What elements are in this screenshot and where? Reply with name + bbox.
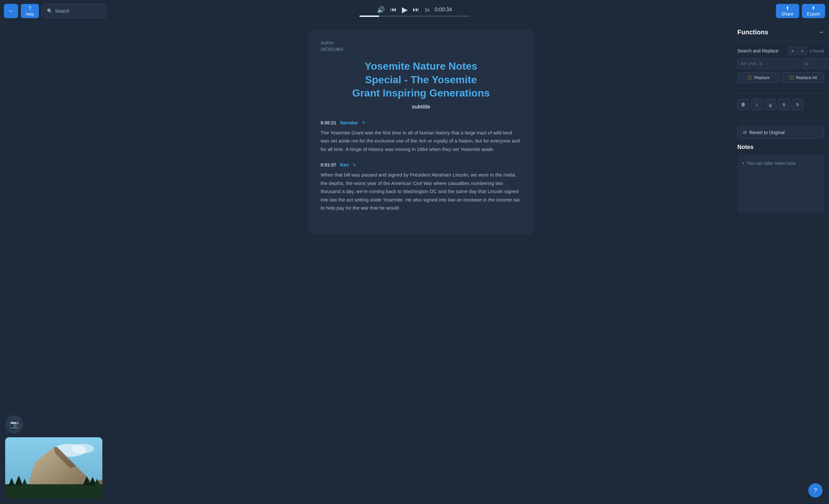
speed-button[interactable]: 1x <box>425 7 429 12</box>
notes-bullet: • You can take notes here. <box>743 160 819 167</box>
doc-title: Yosemite Nature Notes Special - The Yose… <box>321 60 521 100</box>
divider-2 <box>737 93 824 94</box>
sr-for-input[interactable] <box>737 58 799 69</box>
share-icon: ⬆ <box>786 5 790 11</box>
search-button[interactable]: 🔍 Search <box>41 4 106 18</box>
replace-label: Replace <box>754 75 770 80</box>
replace-button[interactable]: ⬛ Replace <box>737 72 780 83</box>
time-display: 0:00:34 <box>435 7 452 13</box>
format-underline-button[interactable]: u <box>764 99 776 110</box>
functions-title: Functions <box>737 29 768 36</box>
segment-text-2: When that bill was passed and signed by … <box>321 171 521 212</box>
share-button[interactable]: ⬆ Share <box>776 4 799 18</box>
revert-label: Revert to Original <box>749 130 785 135</box>
transcript-segment-2: 0:01:07 Ken ✎ When that bill was passed … <box>321 162 521 212</box>
main-layout: 📷 <box>0 22 829 504</box>
functions-arrow[interactable]: → <box>818 29 824 36</box>
segment-speaker-2[interactable]: Ken <box>340 162 349 168</box>
segment-time-2: 0:01:07 <box>321 162 336 168</box>
segment-speaker-1[interactable]: Narrator <box>340 120 358 125</box>
format-heading-button[interactable]: h <box>792 99 803 110</box>
playback-area: 🔊 ⏮ ▶ ⏭ 1x 0:00:34 <box>359 5 470 17</box>
right-panel: Functions → Search and Replace < > 0 fou… <box>732 22 829 504</box>
sr-to-input[interactable] <box>801 58 829 69</box>
segment-header-2: 0:01:07 Ken ✎ <box>321 162 521 168</box>
help-icon: ? <box>29 5 31 11</box>
topbar: ← ? Help 🔍 Search 🔊 ⏮ ▶ ⏭ 1x 0:00:34 ⬆ S… <box>0 0 829 22</box>
functions-header: Functions → <box>737 29 824 36</box>
sr-next-button[interactable]: > <box>798 47 807 55</box>
forward-button[interactable]: ⏭ <box>413 6 419 13</box>
svg-point-2 <box>72 444 94 454</box>
search-label: Search <box>55 8 69 13</box>
playback-controls: 🔊 ⏮ ▶ ⏭ 1x 0:00:34 <box>377 5 452 14</box>
progress-bar[interactable] <box>359 15 470 17</box>
edit-icon-2[interactable]: ✎ <box>353 163 356 168</box>
divider-3 <box>737 121 824 121</box>
export-icon: ⬆ <box>812 5 816 11</box>
notes-placeholder: You can take notes here. <box>747 160 797 167</box>
play-button[interactable]: ▶ <box>402 5 408 14</box>
search-icon: 🔍 <box>47 8 52 13</box>
replace-all-button[interactable]: ⬛ Replace All <box>782 72 824 83</box>
sr-buttons: ⬛ Replace ⬛ Replace All <box>737 72 824 83</box>
back-button[interactable]: ← <box>4 4 18 18</box>
export-label: Export <box>807 11 820 16</box>
divider-1 <box>737 41 824 41</box>
progress-fill <box>359 15 379 17</box>
svg-rect-3 <box>5 484 102 499</box>
share-label: Share <box>782 11 793 16</box>
rewind-button[interactable]: ⏮ <box>390 6 397 13</box>
video-toggle-button[interactable]: 📷 <box>5 415 23 433</box>
format-italic-button[interactable]: i <box>751 99 763 110</box>
search-replace-text: Search and Replace <box>737 48 779 53</box>
topbar-left: ← ? Help 🔍 Search <box>4 4 106 18</box>
doc-title-line1: Yosemite Nature Notes <box>365 60 477 72</box>
help-label: Help <box>26 12 34 16</box>
help-fab-button[interactable]: ? <box>808 483 823 498</box>
doc-date: 06/30/1864 <box>321 47 521 52</box>
replace-all-label: Replace All <box>796 75 817 80</box>
topbar-right: ⬆ Share ⬆ Export <box>776 4 825 18</box>
transcript-segment-1: 0:00:21 Narrator ✎ The Yosemite Grant wa… <box>321 120 521 153</box>
format-buttons: B i u ti h <box>737 99 824 110</box>
left-panel: 📷 <box>0 22 110 504</box>
doc-title-line3: Grant Inspiring Generations <box>352 87 490 99</box>
sr-found: 0 found <box>810 48 824 53</box>
doc-title-line2: Special - The Yosemite <box>365 74 477 85</box>
transcript-card: Author 06/30/1864 Yosemite Nature Notes … <box>308 30 534 234</box>
video-off-icon: 📷 <box>10 420 19 429</box>
doc-meta: Author 06/30/1864 <box>321 40 521 52</box>
video-thumbnail <box>5 437 102 499</box>
segment-header-1: 0:00:21 Narrator ✎ <box>321 120 521 125</box>
format-bold-button[interactable]: B <box>737 99 749 110</box>
revert-button[interactable]: ↺ Revert to Original <box>737 126 824 139</box>
help-button[interactable]: ? Help <box>21 4 39 18</box>
edit-icon-1[interactable]: ✎ <box>362 120 366 125</box>
bullet-icon: • <box>743 160 744 167</box>
sr-nav: < > 0 found <box>789 47 824 55</box>
doc-author-label: Author <box>321 40 521 45</box>
replace-icon: ⬛ <box>747 75 752 80</box>
notes-area[interactable]: • You can take notes here. <box>737 154 824 213</box>
sr-inputs <box>737 58 824 69</box>
segment-text-1: The Yosemite Grant was the first time in… <box>321 129 521 153</box>
sr-prev-button[interactable]: < <box>789 47 797 55</box>
search-replace-section: Search and Replace < > 0 found ⬛ Replace… <box>737 47 824 88</box>
doc-subtitle: subtitle <box>321 104 521 110</box>
search-replace-label: Search and Replace < > 0 found <box>737 47 824 55</box>
notes-section: Notes • You can take notes here. <box>737 144 824 213</box>
revert-icon: ↺ <box>743 130 747 135</box>
export-button[interactable]: ⬆ Export <box>802 4 825 18</box>
volume-button[interactable]: 🔊 <box>377 6 385 13</box>
format-title-button[interactable]: ti <box>778 99 790 110</box>
segment-time-1: 0:00:21 <box>321 120 336 125</box>
notes-title: Notes <box>737 144 824 151</box>
center-panel[interactable]: Author 06/30/1864 Yosemite Nature Notes … <box>110 22 732 504</box>
replace-all-icon: ⬛ <box>789 75 794 80</box>
